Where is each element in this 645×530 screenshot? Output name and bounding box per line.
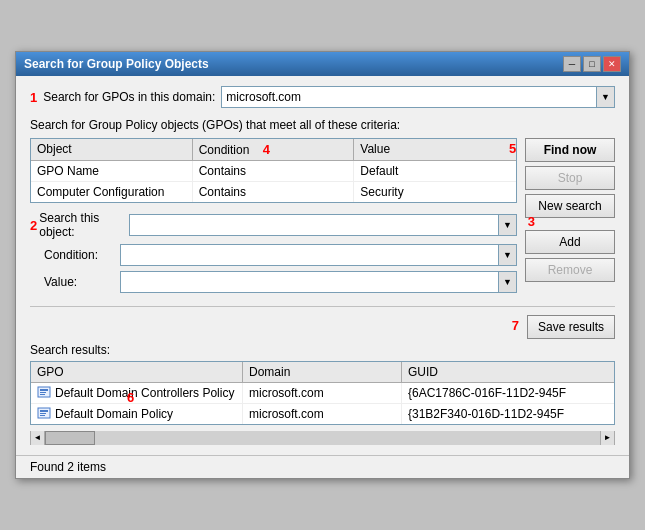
- annotation-5: 5: [509, 141, 516, 156]
- result1-guid: {6AC1786C-016F-11D2-945F: [402, 383, 614, 403]
- close-button[interactable]: ✕: [603, 56, 621, 72]
- annotation-3: 3: [528, 214, 535, 229]
- dialog-content: 1 Search for GPOs in this domain: ▼ Sear…: [16, 76, 629, 455]
- domain-combo: ▼: [221, 86, 615, 108]
- row2-value: Security: [354, 182, 516, 202]
- window-title: Search for Group Policy Objects: [24, 57, 209, 71]
- gpo-icon-2: [37, 407, 51, 421]
- svg-rect-3: [40, 394, 45, 395]
- criteria-table: Object Condition 4 Value GPO Name Contai…: [30, 138, 517, 203]
- table-row: GPO Name Contains Default: [31, 161, 516, 182]
- result1-domain: microsoft.com: [243, 383, 402, 403]
- minimize-button[interactable]: ─: [563, 56, 581, 72]
- status-bar: Found 2 items: [16, 455, 629, 478]
- domain-label: Search for GPOs in this domain:: [43, 90, 215, 104]
- annotation-6: 6: [127, 390, 134, 403]
- result1-gpo: Default Domain Controllers Policy 6: [31, 383, 243, 403]
- col-header-condition: Condition 4: [193, 139, 355, 160]
- condition-row: Condition: ▼: [30, 244, 517, 266]
- maximize-button[interactable]: □: [583, 56, 601, 72]
- svg-rect-6: [40, 413, 46, 414]
- row2-condition: Contains: [193, 182, 355, 202]
- search-object-row: 2 Search this object: ▼ 3: [30, 211, 517, 239]
- svg-rect-5: [40, 410, 48, 412]
- result-row-2[interactable]: Default Domain Policy microsoft.com {31B…: [31, 404, 614, 424]
- value-dropdown-arrow[interactable]: ▼: [499, 271, 517, 293]
- results-col-guid: GUID: [402, 362, 614, 382]
- main-area: Object Condition 4 Value GPO Name Contai…: [30, 138, 615, 298]
- save-results-button[interactable]: Save results: [527, 315, 615, 339]
- results-col-domain: Domain: [243, 362, 402, 382]
- domain-row: 1 Search for GPOs in this domain: ▼: [30, 86, 615, 108]
- scroll-track[interactable]: [45, 431, 600, 445]
- domain-input[interactable]: [221, 86, 597, 108]
- search-object-input[interactable]: [129, 214, 499, 236]
- annotation-2: 2: [30, 218, 37, 233]
- horizontal-scrollbar[interactable]: ◄ ►: [30, 431, 615, 445]
- search-object-combo: ▼: [129, 214, 517, 236]
- results-table: GPO Domain GUID Default Domain Controlle…: [30, 361, 615, 425]
- domain-dropdown-arrow[interactable]: ▼: [597, 86, 615, 108]
- result2-guid: {31B2F340-016D-11D2-945F: [402, 404, 614, 424]
- condition-input[interactable]: [120, 244, 499, 266]
- criteria-label: Search for Group Policy objects (GPOs) t…: [30, 118, 615, 132]
- row1-object: GPO Name: [31, 161, 193, 181]
- annotation-1: 1: [30, 90, 37, 105]
- svg-rect-2: [40, 392, 46, 393]
- svg-rect-7: [40, 415, 45, 416]
- table-row: Computer Configuration Contains Security: [31, 182, 516, 202]
- gpo-icon-1: [37, 386, 51, 400]
- col-header-object: Object: [31, 139, 193, 160]
- find-now-container: 5 Find now: [525, 138, 615, 162]
- scroll-thumb[interactable]: [45, 431, 95, 445]
- value-row: Value: ▼: [30, 271, 517, 293]
- results-label: Search results:: [30, 343, 615, 357]
- condition-label: Condition:: [30, 248, 120, 262]
- title-bar: Search for Group Policy Objects ─ □ ✕: [16, 52, 629, 76]
- status-text: Found 2 items: [30, 460, 106, 474]
- results-table-header: GPO Domain GUID: [31, 362, 614, 383]
- annotation-7: 7: [512, 318, 519, 333]
- row2-object: Computer Configuration: [31, 182, 193, 202]
- add-button[interactable]: Add: [525, 230, 615, 254]
- search-object-dropdown-arrow[interactable]: ▼: [499, 214, 517, 236]
- window-controls: ─ □ ✕: [563, 56, 621, 72]
- result-row-1[interactable]: Default Domain Controllers Policy 6 micr…: [31, 383, 614, 404]
- new-search-button[interactable]: New search: [525, 194, 615, 218]
- main-window: Search for Group Policy Objects ─ □ ✕ 1 …: [15, 51, 630, 479]
- find-now-button[interactable]: Find now: [525, 138, 615, 162]
- result2-gpo: Default Domain Policy: [31, 404, 243, 424]
- right-panel: 5 Find now Stop New search Add Remove: [525, 138, 615, 298]
- row1-value: Default: [354, 161, 516, 181]
- remove-button[interactable]: Remove: [525, 258, 615, 282]
- svg-rect-1: [40, 389, 48, 391]
- results-col-gpo: GPO: [31, 362, 243, 382]
- scroll-right-button[interactable]: ►: [600, 431, 614, 445]
- criteria-table-header: Object Condition 4 Value: [31, 139, 516, 161]
- value-label: Value:: [30, 275, 120, 289]
- condition-combo: ▼: [120, 244, 517, 266]
- condition-dropdown-arrow[interactable]: ▼: [499, 244, 517, 266]
- value-combo: ▼: [120, 271, 517, 293]
- save-results-row: 7 Save results: [30, 315, 615, 339]
- search-object-label: Search this object:: [39, 211, 129, 239]
- value-input[interactable]: [120, 271, 499, 293]
- left-panel: Object Condition 4 Value GPO Name Contai…: [30, 138, 517, 298]
- annotation-4: 4: [263, 142, 270, 157]
- divider: [30, 306, 615, 307]
- result2-domain: microsoft.com: [243, 404, 402, 424]
- row1-condition: Contains: [193, 161, 355, 181]
- scroll-left-button[interactable]: ◄: [31, 431, 45, 445]
- stop-button[interactable]: Stop: [525, 166, 615, 190]
- col-header-value: Value: [354, 139, 516, 160]
